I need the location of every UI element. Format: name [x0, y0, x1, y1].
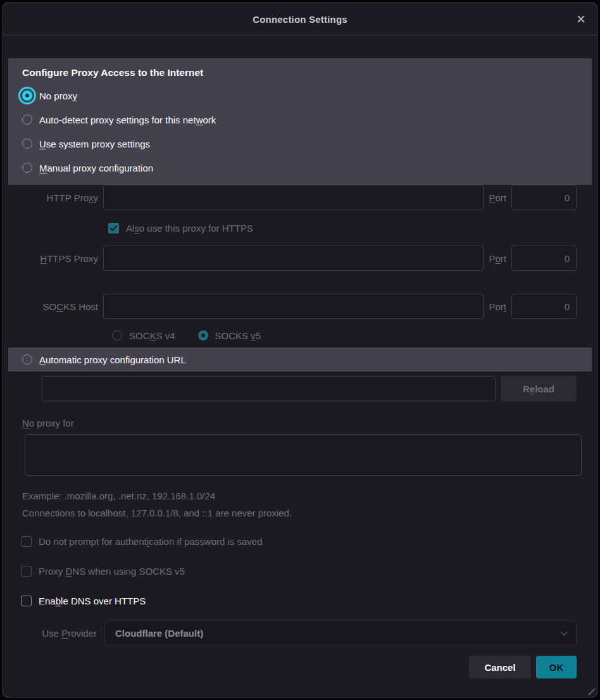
radio-option-no-proxy[interactable]: No proxy: [22, 84, 579, 108]
radio-icon-auto-detect[interactable]: [22, 115, 32, 125]
ok-button[interactable]: OK: [536, 656, 577, 678]
proxy-dns-label: Proxy DNS when using SOCKS v5: [39, 566, 185, 577]
dns-over-https-label: Enable DNS over HTTPS: [39, 596, 146, 606]
proxy-dns-row: Proxy DNS when using SOCKS v5: [21, 565, 577, 577]
dns-over-https-row[interactable]: Enable DNS over HTTPS: [21, 595, 577, 606]
http-port-input: [511, 185, 577, 210]
socks-host-input: [103, 294, 484, 319]
radio-icon-no-proxy[interactable]: [22, 91, 32, 101]
https-proxy-input: [103, 246, 484, 271]
radio-label-no-proxy: No proxy: [39, 91, 77, 101]
connection-settings-dialog: Connection Settings ✕ Configure Proxy Ac…: [3, 3, 597, 697]
auto-config-url-row: Reload: [42, 376, 577, 401]
proxy-dns-checkbox: [21, 566, 32, 577]
auto-config-row[interactable]: Automatic proxy configuration URL: [8, 347, 592, 372]
https-proxy-row: HTTPS Proxy Port: [22, 246, 577, 271]
proxy-mode-heading: Configure Proxy Access to the Internet: [22, 67, 579, 78]
dialog-titlebar: Connection Settings ✕: [3, 3, 597, 35]
localhost-note-text: Connections to localhost, 127.0.0.1/8, a…: [22, 507, 597, 520]
dialog-footer: Cancel OK: [3, 656, 577, 678]
https-port-input: [511, 246, 577, 271]
socks-port-input: [511, 294, 577, 319]
radio-label-socks-v4: SOCKS v4: [129, 330, 175, 341]
dns-provider-dropdown: Cloudflare (Default): [104, 620, 577, 646]
radio-icon-system-proxy[interactable]: [22, 139, 32, 149]
socks-port-label: Port: [484, 301, 511, 312]
use-provider-label: Use Provider: [3, 628, 104, 639]
dialog-title: Connection Settings: [253, 14, 347, 25]
reload-button: Reload: [501, 376, 577, 401]
dns-provider-row: Use Provider Cloudflare (Default): [3, 620, 577, 646]
dns-provider-selected-value: Cloudflare (Default): [115, 628, 203, 639]
also-https-checkbox-row: Also use this proxy for HTTPS: [108, 219, 577, 237]
https-proxy-label: HTTPS Proxy: [22, 253, 103, 264]
chevron-down-icon: [561, 628, 568, 635]
cancel-button[interactable]: Cancel: [469, 656, 531, 678]
resize-grip[interactable]: [586, 686, 595, 695]
no-proxy-for-textarea: [25, 434, 582, 476]
dns-over-https-checkbox[interactable]: [21, 596, 32, 606]
no-proxy-for-label: No proxy for: [22, 418, 597, 428]
http-proxy-label: HTTP Proxy: [22, 192, 103, 203]
radio-option-system-proxy[interactable]: Use system proxy settings: [22, 132, 579, 156]
socks-version-row: SOCKS v4 SOCKS v5: [112, 327, 577, 344]
radio-icon-socks-v5: [198, 330, 208, 341]
radio-option-manual-proxy[interactable]: Manual proxy configuration: [22, 156, 579, 180]
also-https-label: Also use this proxy for HTTPS: [126, 223, 253, 234]
radio-icon-manual-proxy[interactable]: [22, 163, 32, 173]
http-proxy-row: HTTP Proxy Port: [22, 185, 577, 210]
radio-label-auto-config: Automatic proxy configuration URL: [39, 354, 186, 365]
proxy-mode-group: Configure Proxy Access to the Internet N…: [8, 58, 592, 185]
radio-label-socks-v5: SOCKS v5: [215, 330, 261, 341]
auto-config-url-input: [42, 376, 496, 401]
no-prompt-auth-label: Do not prompt for authentication if pass…: [39, 536, 263, 547]
no-proxy-example-text: Example: .mozilla.org, .net.nz, 192.168.…: [22, 490, 597, 503]
socks-host-label: SOCKS Host: [22, 301, 103, 312]
also-https-checkbox: [108, 223, 119, 234]
radio-icon-socks-v4: [112, 330, 122, 341]
https-port-label: Port: [484, 253, 511, 264]
radio-label-manual-proxy: Manual proxy configuration: [39, 163, 153, 173]
no-prompt-auth-row: Do not prompt for authentication if pass…: [21, 535, 577, 547]
no-prompt-auth-checkbox: [21, 536, 32, 547]
radio-label-auto-detect: Auto-detect proxy settings for this netw…: [39, 115, 216, 125]
http-port-label: Port: [484, 192, 511, 203]
close-icon[interactable]: ✕: [576, 13, 586, 25]
socks-host-row: SOCKS Host Port: [22, 294, 577, 319]
radio-icon-auto-config[interactable]: [22, 354, 32, 365]
radio-label-system-proxy: Use system proxy settings: [39, 139, 150, 149]
http-proxy-input: [103, 185, 484, 210]
radio-option-auto-detect[interactable]: Auto-detect proxy settings for this netw…: [22, 108, 579, 132]
